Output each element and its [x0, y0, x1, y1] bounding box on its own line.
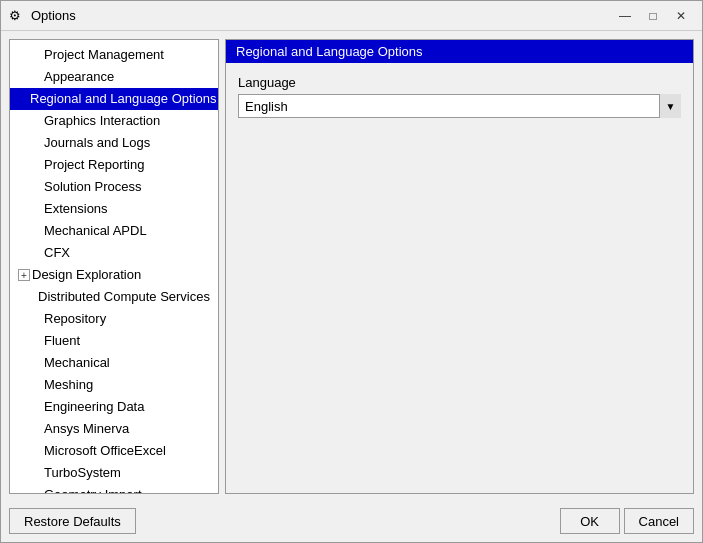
- sidebar: Project ManagementAppearanceRegional and…: [9, 39, 219, 494]
- sidebar-item-label-repository: Repository: [44, 310, 106, 328]
- sidebar-item-geometry-import[interactable]: Geometry Import: [10, 484, 218, 494]
- sidebar-item-ms-office-excel[interactable]: Microsoft OfficeExcel: [10, 440, 218, 462]
- sidebar-item-distributed-compute[interactable]: Distributed Compute Services: [10, 286, 218, 308]
- sidebar-item-ansys-minerva[interactable]: Ansys Minerva: [10, 418, 218, 440]
- title-bar: ⚙ Options — □ ✕: [1, 1, 702, 31]
- options-window: ⚙ Options — □ ✕ Project ManagementAppear…: [0, 0, 703, 543]
- cancel-button[interactable]: Cancel: [624, 508, 694, 534]
- sidebar-item-label-design-exploration: Design Exploration: [32, 266, 141, 284]
- minimize-button[interactable]: —: [612, 6, 638, 26]
- sidebar-item-repository[interactable]: Repository: [10, 308, 218, 330]
- panel-header: Regional and Language Options: [226, 40, 693, 63]
- ok-button[interactable]: OK: [560, 508, 620, 534]
- footer-right: OK Cancel: [560, 508, 694, 534]
- sidebar-item-label-turbosystem: TurboSystem: [44, 464, 121, 482]
- sidebar-item-graphics-interaction[interactable]: Graphics Interaction: [10, 110, 218, 132]
- window-body: Project ManagementAppearanceRegional and…: [1, 31, 702, 542]
- sidebar-item-label-ms-office-excel: Microsoft OfficeExcel: [44, 442, 166, 460]
- language-label: Language: [238, 75, 681, 90]
- language-dropdown[interactable]: EnglishGermanFrenchJapaneseChinese Simpl…: [238, 94, 681, 118]
- sidebar-item-label-ansys-minerva: Ansys Minerva: [44, 420, 129, 438]
- footer: Restore Defaults OK Cancel: [9, 502, 694, 534]
- sidebar-item-mechanical[interactable]: Mechanical: [10, 352, 218, 374]
- sidebar-item-label-geometry-import: Geometry Import: [44, 486, 142, 494]
- sidebar-item-label-project-reporting: Project Reporting: [44, 156, 144, 174]
- language-dropdown-container: EnglishGermanFrenchJapaneseChinese Simpl…: [238, 94, 681, 118]
- sidebar-item-extensions[interactable]: Extensions: [10, 198, 218, 220]
- sidebar-item-project-reporting[interactable]: Project Reporting: [10, 154, 218, 176]
- restore-defaults-button[interactable]: Restore Defaults: [9, 508, 136, 534]
- expand-icon-design-exploration[interactable]: +: [18, 269, 30, 281]
- sidebar-item-label-regional-language: Regional and Language Options: [30, 90, 216, 108]
- window-title: Options: [31, 8, 76, 23]
- sidebar-item-label-cfx: CFX: [44, 244, 70, 262]
- sidebar-item-turbosystem[interactable]: TurboSystem: [10, 462, 218, 484]
- sidebar-item-appearance[interactable]: Appearance: [10, 66, 218, 88]
- sidebar-item-label-mechanical: Mechanical: [44, 354, 110, 372]
- close-button[interactable]: ✕: [668, 6, 694, 26]
- sidebar-item-engineering-data[interactable]: Engineering Data: [10, 396, 218, 418]
- sidebar-item-label-meshing: Meshing: [44, 376, 93, 394]
- sidebar-item-label-distributed-compute: Distributed Compute Services: [38, 288, 210, 306]
- right-panel: Regional and Language Options Language E…: [225, 39, 694, 494]
- sidebar-item-cfx[interactable]: CFX: [10, 242, 218, 264]
- sidebar-item-label-fluent: Fluent: [44, 332, 80, 350]
- main-content: Project ManagementAppearanceRegional and…: [9, 39, 694, 494]
- sidebar-item-label-extensions: Extensions: [44, 200, 108, 218]
- title-bar-left: ⚙ Options: [9, 8, 76, 24]
- sidebar-item-design-exploration[interactable]: +Design Exploration: [10, 264, 218, 286]
- sidebar-item-label-mechanical-apdl: Mechanical APDL: [44, 222, 147, 240]
- sidebar-item-project-management[interactable]: Project Management: [10, 44, 218, 66]
- sidebar-item-solution-process[interactable]: Solution Process: [10, 176, 218, 198]
- sidebar-item-journals-logs[interactable]: Journals and Logs: [10, 132, 218, 154]
- window-icon: ⚙: [9, 8, 25, 24]
- sidebar-item-label-appearance: Appearance: [44, 68, 114, 86]
- sidebar-item-fluent[interactable]: Fluent: [10, 330, 218, 352]
- sidebar-item-label-project-management: Project Management: [44, 46, 164, 64]
- sidebar-item-label-graphics-interaction: Graphics Interaction: [44, 112, 160, 130]
- sidebar-item-mechanical-apdl[interactable]: Mechanical APDL: [10, 220, 218, 242]
- maximize-button[interactable]: □: [640, 6, 666, 26]
- sidebar-item-label-engineering-data: Engineering Data: [44, 398, 144, 416]
- panel-content: Language EnglishGermanFrenchJapaneseChin…: [226, 63, 693, 493]
- sidebar-item-regional-language[interactable]: Regional and Language Options: [10, 88, 218, 110]
- title-bar-controls: — □ ✕: [612, 6, 694, 26]
- sidebar-item-label-journals-logs: Journals and Logs: [44, 134, 150, 152]
- sidebar-item-label-solution-process: Solution Process: [44, 178, 142, 196]
- sidebar-item-meshing[interactable]: Meshing: [10, 374, 218, 396]
